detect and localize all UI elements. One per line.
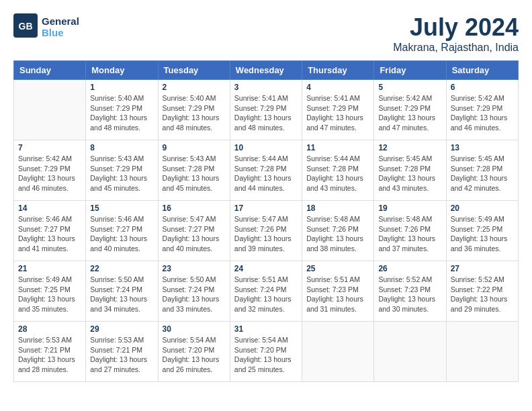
day-detail: Sunrise: 5:51 AM Sunset: 7:23 PM Dayligh…: [306, 275, 369, 314]
calendar-cell: 4Sunrise: 5:41 AM Sunset: 7:29 PM Daylig…: [302, 80, 374, 140]
day-number: 21: [18, 264, 81, 273]
day-detail: Sunrise: 5:53 AM Sunset: 7:21 PM Dayligh…: [18, 335, 81, 375]
calendar-cell: 29Sunrise: 5:53 AM Sunset: 7:21 PM Dayli…: [86, 322, 158, 382]
col-header-thursday: Thursday: [302, 61, 374, 80]
svg-text:GB: GB: [19, 21, 33, 32]
day-detail: Sunrise: 5:52 AM Sunset: 7:23 PM Dayligh…: [378, 275, 441, 314]
calendar-cell: 31Sunrise: 5:54 AM Sunset: 7:20 PM Dayli…: [230, 322, 302, 382]
day-number: 13: [451, 143, 514, 152]
calendar-cell: 21Sunrise: 5:49 AM Sunset: 7:25 PM Dayli…: [14, 261, 86, 322]
day-number: 8: [90, 143, 153, 152]
calendar-cell: 18Sunrise: 5:48 AM Sunset: 7:26 PM Dayli…: [302, 201, 374, 261]
calendar-cell: [374, 322, 446, 382]
week-row-1: 1Sunrise: 5:40 AM Sunset: 7:29 PM Daylig…: [14, 80, 519, 140]
day-detail: Sunrise: 5:42 AM Sunset: 7:29 PM Dayligh…: [451, 93, 514, 133]
day-detail: Sunrise: 5:44 AM Sunset: 7:28 PM Dayligh…: [234, 154, 298, 193]
day-number: 14: [18, 203, 81, 213]
week-row-2: 7Sunrise: 5:42 AM Sunset: 7:29 PM Daylig…: [14, 140, 519, 201]
calendar-title: July 2024: [393, 13, 519, 42]
day-detail: Sunrise: 5:47 AM Sunset: 7:27 PM Dayligh…: [163, 214, 226, 254]
calendar-cell: [446, 322, 518, 382]
calendar-cell: 20Sunrise: 5:49 AM Sunset: 7:25 PM Dayli…: [446, 201, 518, 261]
day-detail: Sunrise: 5:52 AM Sunset: 7:22 PM Dayligh…: [451, 275, 514, 314]
day-detail: Sunrise: 5:54 AM Sunset: 7:20 PM Dayligh…: [234, 335, 298, 375]
col-header-sunday: Sunday: [14, 61, 86, 80]
day-number: 4: [306, 83, 369, 92]
day-number: 11: [306, 143, 369, 152]
calendar-cell: 2Sunrise: 5:40 AM Sunset: 7:29 PM Daylig…: [158, 80, 230, 140]
day-detail: Sunrise: 5:45 AM Sunset: 7:28 PM Dayligh…: [451, 154, 514, 193]
day-number: 5: [378, 83, 441, 92]
logo-text-line2: Blue: [42, 27, 79, 38]
col-header-friday: Friday: [374, 61, 446, 80]
day-number: 18: [306, 203, 369, 213]
day-number: 25: [306, 264, 369, 273]
day-detail: Sunrise: 5:49 AM Sunset: 7:25 PM Dayligh…: [18, 275, 81, 314]
day-detail: Sunrise: 5:45 AM Sunset: 7:28 PM Dayligh…: [378, 154, 441, 193]
calendar-cell: 23Sunrise: 5:50 AM Sunset: 7:24 PM Dayli…: [158, 261, 230, 322]
day-detail: Sunrise: 5:49 AM Sunset: 7:25 PM Dayligh…: [451, 214, 514, 254]
day-number: 3: [234, 83, 298, 92]
day-number: 23: [163, 264, 226, 273]
col-header-saturday: Saturday: [446, 61, 518, 80]
day-number: 28: [18, 324, 81, 334]
day-number: 24: [234, 264, 298, 273]
day-number: 9: [163, 143, 226, 152]
calendar-table: SundayMondayTuesdayWednesdayThursdayFrid…: [13, 60, 519, 382]
calendar-cell: 15Sunrise: 5:46 AM Sunset: 7:27 PM Dayli…: [86, 201, 158, 261]
day-number: 17: [234, 203, 298, 213]
day-number: 26: [378, 264, 441, 273]
day-number: 29: [90, 324, 153, 334]
day-number: 31: [234, 324, 298, 334]
page-header: GB General Blue July 2024 Makrana, Rajas…: [13, 13, 519, 54]
calendar-cell: 3Sunrise: 5:41 AM Sunset: 7:29 PM Daylig…: [230, 80, 302, 140]
week-row-4: 21Sunrise: 5:49 AM Sunset: 7:25 PM Dayli…: [14, 261, 519, 322]
day-number: 20: [451, 203, 514, 213]
logo-text-line1: General: [42, 15, 79, 27]
day-number: 19: [378, 203, 441, 213]
calendar-header-row: SundayMondayTuesdayWednesdayThursdayFrid…: [14, 61, 519, 80]
day-number: 16: [163, 203, 226, 213]
day-detail: Sunrise: 5:54 AM Sunset: 7:20 PM Dayligh…: [163, 335, 226, 375]
calendar-cell: 25Sunrise: 5:51 AM Sunset: 7:23 PM Dayli…: [302, 261, 374, 322]
day-number: 30: [163, 324, 226, 334]
day-number: 22: [90, 264, 153, 273]
day-number: 7: [18, 143, 81, 152]
day-detail: Sunrise: 5:41 AM Sunset: 7:29 PM Dayligh…: [234, 93, 298, 133]
day-number: 10: [234, 143, 298, 152]
day-detail: Sunrise: 5:42 AM Sunset: 7:29 PM Dayligh…: [18, 154, 81, 193]
day-detail: Sunrise: 5:46 AM Sunset: 7:27 PM Dayligh…: [90, 214, 153, 254]
calendar-cell: [302, 322, 374, 382]
day-detail: Sunrise: 5:48 AM Sunset: 7:26 PM Dayligh…: [378, 214, 441, 254]
day-detail: Sunrise: 5:50 AM Sunset: 7:24 PM Dayligh…: [90, 275, 153, 314]
day-number: 15: [90, 203, 153, 213]
day-detail: Sunrise: 5:41 AM Sunset: 7:29 PM Dayligh…: [306, 93, 369, 133]
day-detail: Sunrise: 5:40 AM Sunset: 7:29 PM Dayligh…: [163, 93, 226, 133]
day-detail: Sunrise: 5:47 AM Sunset: 7:26 PM Dayligh…: [234, 214, 298, 254]
day-number: 1: [90, 83, 153, 92]
calendar-cell: 7Sunrise: 5:42 AM Sunset: 7:29 PM Daylig…: [14, 140, 86, 201]
week-row-3: 14Sunrise: 5:46 AM Sunset: 7:27 PM Dayli…: [14, 201, 519, 261]
logo-icon: GB: [13, 13, 38, 38]
day-detail: Sunrise: 5:53 AM Sunset: 7:21 PM Dayligh…: [90, 335, 153, 375]
calendar-cell: [14, 80, 86, 140]
calendar-cell: 27Sunrise: 5:52 AM Sunset: 7:22 PM Dayli…: [446, 261, 518, 322]
calendar-cell: 22Sunrise: 5:50 AM Sunset: 7:24 PM Dayli…: [86, 261, 158, 322]
day-detail: Sunrise: 5:43 AM Sunset: 7:28 PM Dayligh…: [163, 154, 226, 193]
week-row-5: 28Sunrise: 5:53 AM Sunset: 7:21 PM Dayli…: [14, 322, 519, 382]
col-header-wednesday: Wednesday: [230, 61, 302, 80]
day-detail: Sunrise: 5:46 AM Sunset: 7:27 PM Dayligh…: [18, 214, 81, 254]
col-header-tuesday: Tuesday: [158, 61, 230, 80]
col-header-monday: Monday: [86, 61, 158, 80]
calendar-cell: 6Sunrise: 5:42 AM Sunset: 7:29 PM Daylig…: [446, 80, 518, 140]
day-detail: Sunrise: 5:48 AM Sunset: 7:26 PM Dayligh…: [306, 214, 369, 254]
calendar-subtitle: Makrana, Rajasthan, India: [393, 42, 519, 54]
day-number: 27: [451, 264, 514, 273]
day-number: 12: [378, 143, 441, 152]
calendar-cell: 12Sunrise: 5:45 AM Sunset: 7:28 PM Dayli…: [374, 140, 446, 201]
day-detail: Sunrise: 5:43 AM Sunset: 7:29 PM Dayligh…: [90, 154, 153, 193]
title-block: July 2024 Makrana, Rajasthan, India: [393, 13, 519, 54]
calendar-cell: 5Sunrise: 5:42 AM Sunset: 7:29 PM Daylig…: [374, 80, 446, 140]
calendar-cell: 30Sunrise: 5:54 AM Sunset: 7:20 PM Dayli…: [158, 322, 230, 382]
calendar-cell: 17Sunrise: 5:47 AM Sunset: 7:26 PM Dayli…: [230, 201, 302, 261]
